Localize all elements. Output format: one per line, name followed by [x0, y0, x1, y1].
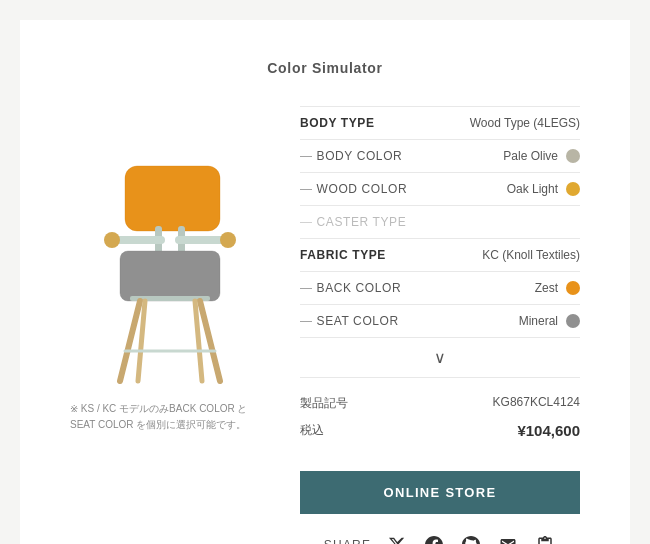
- expand-button[interactable]: ∨: [300, 338, 580, 377]
- color-dot-back-color: [566, 281, 580, 295]
- config-value-text-body-type: Wood Type (4LEGS): [470, 116, 580, 130]
- config-label-wood-color: WOOD COLOR: [300, 182, 407, 196]
- online-store-button[interactable]: ONLINE STORE: [300, 471, 580, 514]
- color-dot-body-color: [566, 149, 580, 163]
- color-dot-wood-color: [566, 182, 580, 196]
- config-value-seat-color: Mineral: [519, 314, 580, 328]
- config-value-body-color: Pale Olive: [503, 149, 580, 163]
- config-label-caster-type: CASTER TYPE: [300, 215, 406, 229]
- config-label-seat-color: SEAT COLOR: [300, 314, 399, 328]
- config-section: BODY TYPEWood Type (4LEGS)BODY COLORPale…: [300, 106, 580, 544]
- config-value-back-color: Zest: [535, 281, 580, 295]
- config-row-caster-type[interactable]: CASTER TYPE: [300, 206, 580, 239]
- share-row: SHARE: [300, 534, 580, 544]
- config-value-text-seat-color: Mineral: [519, 314, 558, 328]
- share-label: SHARE: [324, 538, 371, 544]
- facebook-icon[interactable]: [423, 534, 445, 544]
- config-value-fabric-type: KC (Knoll Textiles): [482, 248, 580, 262]
- main-card: Color Simulator: [20, 20, 630, 544]
- config-rows: BODY TYPEWood Type (4LEGS)BODY COLORPale…: [300, 106, 580, 338]
- page-title: Color Simulator: [70, 60, 580, 76]
- twitter-icon[interactable]: [386, 534, 408, 544]
- config-value-text-fabric-type: KC (Knoll Textiles): [482, 248, 580, 262]
- product-price-row: 税込 ¥104,600: [300, 417, 580, 444]
- config-label-body-type: BODY TYPE: [300, 116, 375, 130]
- svg-rect-0: [125, 166, 220, 231]
- config-value-text-back-color: Zest: [535, 281, 558, 295]
- chair-note: ※ KS / KC モデルのみBACK COLOR と SEAT COLOR を…: [70, 401, 270, 433]
- config-row-body-color[interactable]: BODY COLORPale Olive: [300, 140, 580, 173]
- config-label-body-color: BODY COLOR: [300, 149, 402, 163]
- config-row-body-type[interactable]: BODY TYPEWood Type (4LEGS): [300, 106, 580, 140]
- config-row-back-color[interactable]: BACK COLORZest: [300, 272, 580, 305]
- product-info: 製品記号 KG867KCL4124 税込 ¥104,600: [300, 377, 580, 456]
- config-row-fabric-type[interactable]: FABRIC TYPEKC (Knoll Textiles): [300, 239, 580, 272]
- config-value-text-wood-color: Oak Light: [507, 182, 558, 196]
- svg-point-6: [104, 232, 120, 248]
- product-code-row: 製品記号 KG867KCL4124: [300, 390, 580, 417]
- mail-icon[interactable]: [497, 534, 519, 544]
- svg-rect-8: [120, 251, 220, 301]
- product-price-value: ¥104,600: [517, 422, 580, 439]
- product-price-label: 税込: [300, 422, 324, 439]
- config-value-body-type: Wood Type (4LEGS): [470, 116, 580, 130]
- config-value-text-body-color: Pale Olive: [503, 149, 558, 163]
- chair-section: ※ KS / KC モデルのみBACK COLOR と SEAT COLOR を…: [70, 106, 270, 544]
- config-label-fabric-type: FABRIC TYPE: [300, 248, 386, 262]
- config-label-back-color: BACK COLOR: [300, 281, 401, 295]
- svg-point-7: [220, 232, 236, 248]
- product-code-value: KG867KCL4124: [493, 395, 580, 412]
- line-icon[interactable]: [460, 534, 482, 544]
- config-value-wood-color: Oak Light: [507, 182, 580, 196]
- product-code-label: 製品記号: [300, 395, 348, 412]
- color-dot-seat-color: [566, 314, 580, 328]
- expand-icon: ∨: [434, 349, 446, 366]
- config-row-wood-color[interactable]: WOOD COLOROak Light: [300, 173, 580, 206]
- config-row-seat-color[interactable]: SEAT COLORMineral: [300, 305, 580, 338]
- chair-image: [70, 106, 270, 386]
- main-content: ※ KS / KC モデルのみBACK COLOR と SEAT COLOR を…: [70, 106, 580, 544]
- clipboard-icon[interactable]: [534, 534, 556, 544]
